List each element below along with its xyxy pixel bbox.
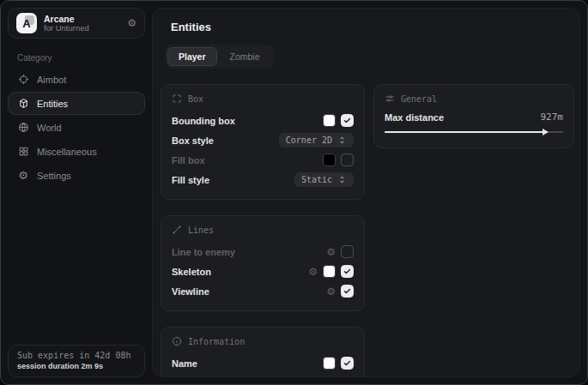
sliders-icon bbox=[385, 93, 395, 104]
section-lines-header: Lines bbox=[172, 225, 354, 235]
logo-card: A Arcane for Unturned ⚙ bbox=[8, 8, 145, 39]
section-information: Information Name Distance bbox=[161, 327, 365, 377]
crosshair-icon bbox=[17, 74, 29, 86]
check-icon bbox=[343, 117, 351, 124]
row-skeleton: Skeleton ⚙ bbox=[172, 262, 354, 280]
row-distance: Distance bbox=[172, 374, 354, 377]
row-viewline: Viewline ⚙ bbox=[172, 282, 354, 300]
section-lines: Lines Line to enemy ⚙ Skeleton bbox=[161, 215, 365, 311]
color-swatch[interactable] bbox=[323, 114, 336, 127]
category-label: Category bbox=[17, 53, 145, 63]
sidebar-item-label: Miscellaneous bbox=[37, 147, 97, 157]
grid-icon bbox=[17, 146, 29, 158]
max-distance-slider[interactable] bbox=[385, 127, 563, 137]
gear-icon[interactable]: ⚙ bbox=[308, 267, 318, 277]
gear-icon[interactable]: ⚙ bbox=[326, 247, 336, 257]
cube-icon bbox=[17, 98, 29, 110]
check-icon bbox=[343, 268, 351, 275]
sidebar-item-label: World bbox=[37, 123, 62, 133]
gear-icon: ⚙ bbox=[17, 170, 29, 182]
globe-icon bbox=[17, 122, 29, 134]
section-box: Box Bounding box Box style bbox=[161, 84, 365, 200]
tab-group: Player Zombie bbox=[165, 45, 274, 69]
box-style-dropdown[interactable]: Corner 2D bbox=[279, 133, 354, 147]
sidebar-item-aimbot[interactable]: Aimbot bbox=[8, 68, 145, 91]
row-name: Name bbox=[172, 354, 354, 372]
page-title: Entities bbox=[171, 21, 574, 33]
sidebar-item-label: Aimbot bbox=[37, 75, 66, 85]
color-swatch[interactable] bbox=[323, 376, 336, 377]
max-distance-value: 927m bbox=[541, 111, 564, 123]
sidebar: A Arcane for Unturned ⚙ Category Aimbot … bbox=[1, 1, 152, 384]
sidebar-item-miscellaneous[interactable]: Miscellaneous bbox=[8, 140, 145, 163]
section-box-header: Box bbox=[172, 93, 354, 104]
checkbox[interactable] bbox=[341, 265, 354, 278]
checkbox[interactable] bbox=[341, 357, 354, 370]
checkbox[interactable] bbox=[341, 245, 354, 258]
sidebar-nav: Aimbot Entities World Miscellaneous bbox=[8, 68, 145, 188]
account-gear-icon[interactable]: ⚙ bbox=[127, 18, 136, 28]
row-box-style: Box style Corner 2D bbox=[172, 131, 354, 149]
section-information-header: Information bbox=[172, 336, 354, 346]
sidebar-item-world[interactable]: World bbox=[8, 116, 145, 139]
checkbox[interactable] bbox=[341, 285, 354, 298]
color-swatch[interactable] bbox=[323, 153, 336, 166]
tab-player[interactable]: Player bbox=[167, 47, 217, 66]
row-max-distance: Max distance 927m bbox=[385, 111, 563, 123]
slider-fill[interactable] bbox=[385, 131, 547, 133]
sidebar-item-label: Settings bbox=[37, 171, 71, 181]
check-icon bbox=[343, 287, 351, 295]
color-swatch[interactable] bbox=[323, 357, 336, 370]
sidebar-item-settings[interactable]: ⚙ Settings bbox=[8, 164, 145, 187]
session-duration-text: session duration 2m 9s bbox=[17, 362, 136, 370]
app-window: A Arcane for Unturned ⚙ Category Aimbot … bbox=[0, 0, 588, 385]
checkbox[interactable] bbox=[341, 153, 354, 166]
row-fill-style: Fill style Static bbox=[172, 171, 354, 189]
subscription-card: Sub expires in 42d 08h session duration … bbox=[8, 345, 145, 377]
selector-icon bbox=[337, 135, 347, 145]
sub-expiry-text: Sub expires in 42d 08h bbox=[17, 351, 136, 360]
tab-zombie[interactable]: Zombie bbox=[219, 47, 271, 66]
info-icon bbox=[172, 336, 182, 346]
sidebar-item-entities[interactable]: Entities bbox=[8, 92, 145, 115]
line-icon bbox=[172, 225, 182, 235]
selector-icon bbox=[337, 175, 347, 184]
fill-style-dropdown[interactable]: Static bbox=[294, 172, 354, 187]
row-line-to-enemy: Line to enemy ⚙ bbox=[172, 243, 354, 261]
app-name: Arcane bbox=[44, 14, 89, 24]
section-general-header: General bbox=[385, 93, 563, 104]
check-icon bbox=[343, 359, 351, 367]
box-corners-icon bbox=[172, 93, 182, 104]
checkbox[interactable] bbox=[341, 376, 354, 377]
app-logo: A bbox=[16, 13, 37, 33]
logo-letter: A bbox=[22, 17, 30, 30]
checkbox[interactable] bbox=[341, 114, 354, 127]
color-swatch[interactable] bbox=[323, 265, 336, 278]
gear-icon[interactable]: ⚙ bbox=[326, 286, 336, 297]
sidebar-item-label: Entities bbox=[37, 99, 68, 109]
app-subtitle: for Unturned bbox=[44, 24, 89, 33]
row-fill-box: Fill box bbox=[172, 151, 354, 169]
main-panel: Entities Player Zombie Box Bounding box bbox=[152, 8, 580, 377]
row-bounding-box: Bounding box bbox=[172, 111, 354, 129]
section-general: General Max distance 927m bbox=[373, 84, 574, 148]
